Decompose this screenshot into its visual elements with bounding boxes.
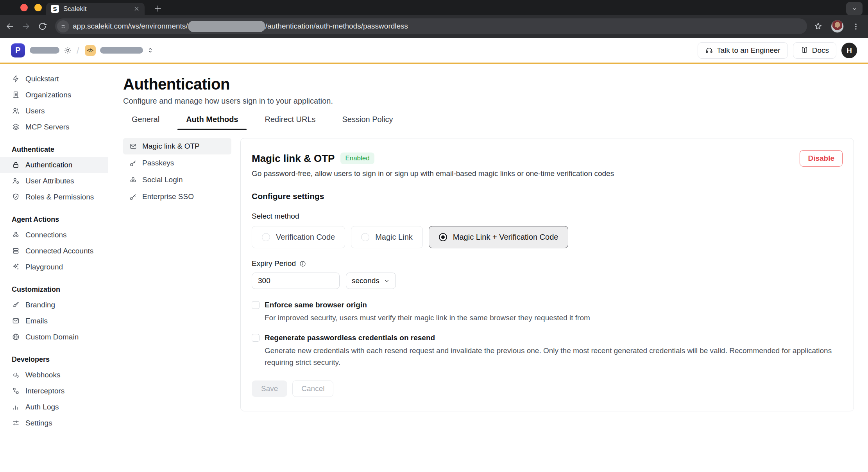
enforce-same-browser-label: Enforce same browser origin: [265, 301, 367, 309]
lock-icon: [12, 161, 20, 169]
url-suffix: /authentication/auth-methods/passwordles…: [265, 22, 408, 31]
browser-menu-icon[interactable]: [852, 22, 860, 31]
panel-description: Go password-free, allow users to sign in…: [252, 169, 843, 178]
sidebar-item-user-attributes[interactable]: User Attributes: [0, 173, 108, 189]
tab-search-chevron[interactable]: [846, 2, 863, 15]
regenerate-credentials-label: Regenerate passwordless credentials on r…: [265, 334, 435, 342]
workspace-logo[interactable]: P: [11, 43, 25, 57]
subnav-item-social-login[interactable]: Social Login: [123, 172, 231, 188]
tab-redirect-urls[interactable]: Redirect URLs: [256, 115, 324, 130]
sidebar-section-authenticate: Authenticate: [0, 142, 108, 157]
browser-tab[interactable]: S Scalekit: [46, 3, 145, 15]
regenerate-credentials-description: Generate new credentials with each resen…: [265, 345, 843, 368]
sidebar-item-mcp-servers[interactable]: MCP Servers: [0, 119, 108, 135]
mail-icon: [12, 317, 20, 325]
forward-icon[interactable]: [21, 22, 31, 31]
tab-title: Scalekit: [63, 5, 129, 13]
mail-check-icon: [129, 142, 137, 151]
new-tab-icon[interactable]: [153, 4, 163, 13]
user-gear-icon: [12, 177, 20, 185]
talk-to-engineer-button[interactable]: Talk to an Engineer: [698, 42, 788, 59]
radio-verification-code[interactable]: Verification Code: [252, 226, 345, 248]
reload-icon[interactable]: [38, 22, 47, 31]
layers-icon: [12, 123, 20, 131]
workspace-name-redacted: [30, 47, 59, 54]
sidebar-item-playground[interactable]: Playground: [0, 259, 108, 275]
radio-magic-link[interactable]: Magic Link: [351, 226, 423, 248]
configure-settings-heading: Configure settings: [252, 192, 843, 201]
url-bar[interactable]: app.scalekit.com/ws/environments//authen…: [55, 18, 807, 34]
scalekit-favicon: S: [51, 5, 59, 13]
sidebar-item-connected-accounts[interactable]: Connected Accounts: [0, 243, 108, 259]
sidebar-item-roles-permissions[interactable]: Roles & Permissions: [0, 189, 108, 205]
minimize-window-button[interactable]: [34, 4, 42, 11]
subnav-item-enterprise-sso[interactable]: Enterprise SSO: [123, 188, 231, 205]
environment-switcher-chevrons-icon[interactable]: [147, 47, 154, 54]
disable-button[interactable]: Disable: [800, 150, 843, 167]
enforce-same-browser-checkbox[interactable]: [252, 301, 260, 309]
sidebar-item-authentication[interactable]: Authentication: [0, 157, 108, 173]
tab-auth-methods[interactable]: Auth Methods: [177, 115, 247, 130]
info-icon[interactable]: [299, 260, 306, 267]
sidebar-item-custom-domain[interactable]: Custom Domain: [0, 329, 108, 345]
sidebar-item-branding[interactable]: Branding: [0, 297, 108, 313]
close-window-button[interactable]: [20, 4, 28, 11]
sidebar-item-emails[interactable]: Emails: [0, 313, 108, 329]
chevron-down-icon: [851, 5, 858, 13]
sidebar-item-webhooks[interactable]: Webhooks: [0, 367, 108, 383]
book-open-icon: [800, 46, 809, 54]
chevron-down-icon: [383, 278, 390, 284]
brush-icon: [12, 301, 20, 309]
site-settings-icon[interactable]: [57, 20, 69, 32]
globe-icon: [12, 333, 20, 341]
boxes-icon: [129, 176, 137, 184]
rows-icon: [12, 247, 20, 255]
radio-magic-link-verification-code[interactable]: Magic Link + Verification Code: [429, 226, 569, 248]
tab-session-policy[interactable]: Session Policy: [334, 115, 402, 130]
webhook-icon: [12, 371, 20, 379]
method-radio-group: Verification Code Magic Link Magic Link …: [252, 226, 843, 248]
sidebar-item-quickstart[interactable]: Quickstart: [0, 71, 108, 87]
expiry-period-label: Expiry Period: [252, 259, 296, 268]
bookmark-star-icon[interactable]: [813, 22, 823, 31]
sidebar-item-organizations[interactable]: Organizations: [0, 87, 108, 103]
regenerate-credentials-checkbox[interactable]: [252, 334, 260, 342]
shield-check-icon: [12, 193, 20, 201]
breadcrumb-separator: /: [77, 45, 79, 56]
sidebar-section-agent-actions: Agent Actions: [0, 212, 108, 227]
main-content: Authentication Configure and manage how …: [108, 64, 868, 471]
subnav-item-magic-link-otp[interactable]: Magic link & OTP: [123, 138, 231, 154]
radio-selected-icon: [439, 233, 447, 241]
workspace-settings-gear-icon[interactable]: [64, 46, 72, 54]
url-prefix: app.scalekit.com/ws/environments/: [73, 22, 188, 31]
sparkles-icon: [12, 263, 20, 271]
sidebar-item-auth-logs[interactable]: Auth Logs: [0, 399, 108, 415]
sidebar-item-interceptors[interactable]: Interceptors: [0, 383, 108, 399]
radio-icon: [361, 233, 369, 241]
tab-close-icon[interactable]: [133, 5, 140, 12]
key-round-icon: [129, 193, 137, 201]
save-button[interactable]: Save: [252, 380, 287, 397]
sidebar-item-users[interactable]: Users: [0, 103, 108, 119]
sidebar-item-connections[interactable]: Connections: [0, 227, 108, 243]
back-icon[interactable]: [5, 22, 15, 31]
user-avatar[interactable]: H: [841, 43, 857, 58]
browser-profile-avatar[interactable]: [831, 20, 844, 33]
tab-general[interactable]: General: [123, 115, 168, 130]
sidebar-section-customization: Customization: [0, 282, 108, 297]
expiry-unit-select[interactable]: seconds: [346, 273, 396, 289]
cancel-button[interactable]: Cancel: [292, 380, 333, 397]
sidebar-section-developers: Developers: [0, 352, 108, 367]
sliders-icon: [12, 419, 20, 427]
environment-code-icon[interactable]: </>: [85, 45, 96, 56]
expiry-value-input[interactable]: [252, 273, 340, 289]
browser-tabstrip: S Scalekit: [0, 0, 868, 15]
docs-button[interactable]: Docs: [793, 42, 836, 59]
bar-chart-icon: [12, 403, 20, 411]
subnav-item-passkeys[interactable]: Passkeys: [123, 155, 231, 171]
sidebar-item-settings[interactable]: Settings: [0, 415, 108, 431]
url-redacted-segment: [188, 21, 265, 32]
page-subtitle: Configure and manage how users sign in t…: [123, 97, 854, 106]
browser-toolbar: app.scalekit.com/ws/environments//authen…: [0, 15, 868, 38]
app-header: P / </> Talk to an Engineer Docs H: [0, 38, 868, 64]
